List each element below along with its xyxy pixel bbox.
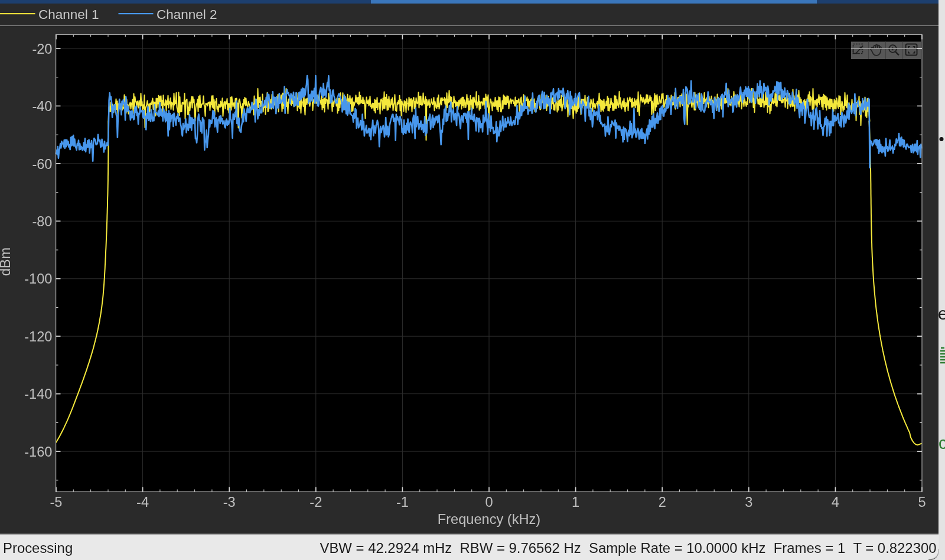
svg-text:Frequency (kHz): Frequency (kHz)	[438, 512, 540, 527]
svg-text:1: 1	[572, 494, 579, 510]
svg-text:3: 3	[745, 494, 752, 510]
svg-text:-100: -100	[24, 271, 52, 286]
svg-text:2: 2	[659, 494, 666, 510]
svg-text:-80: -80	[32, 214, 52, 229]
svg-text:-4: -4	[136, 494, 149, 510]
svg-text:-20: -20	[32, 41, 52, 57]
svg-text:Processing: Processing	[3, 540, 73, 556]
svg-text:5: 5	[918, 494, 926, 510]
svg-text:-2: -2	[309, 494, 322, 510]
svg-text:0: 0	[485, 494, 493, 510]
svg-text:-160: -160	[24, 444, 52, 460]
svg-text:e: e	[938, 304, 945, 323]
svg-text:-3: -3	[223, 494, 236, 510]
svg-text:-5: -5	[50, 494, 63, 510]
svg-text:Channel 2: Channel 2	[157, 7, 217, 22]
svg-text:Channel 1: Channel 1	[38, 7, 99, 22]
svg-text:-120: -120	[24, 329, 52, 344]
svg-text:dBm: dBm	[0, 248, 13, 276]
svg-text:-1: -1	[396, 494, 409, 510]
svg-text:-140: -140	[24, 386, 52, 402]
svg-text:4: 4	[832, 494, 839, 510]
svg-text:-60: -60	[32, 157, 52, 172]
svg-text:-40: -40	[32, 99, 52, 114]
svg-text:VBW = 42.2924 mHz RBW = 9.765: VBW = 42.2924 mHz RBW = 9.76562 Hz Sampl…	[320, 540, 937, 556]
svg-text:c: c	[939, 434, 945, 452]
